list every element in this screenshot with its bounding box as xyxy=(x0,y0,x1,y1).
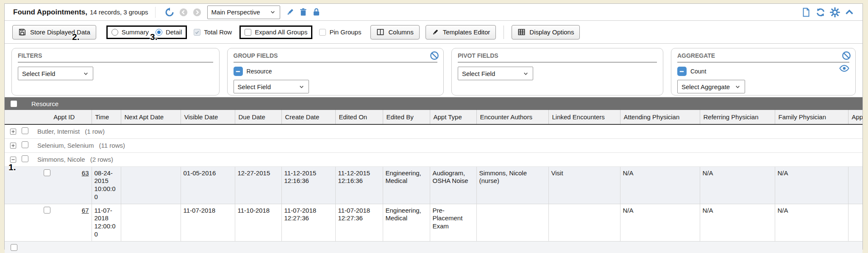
next-apt-date-cell xyxy=(121,204,181,241)
summary-radio-group[interactable]: Summary xyxy=(111,28,149,36)
pin-groups-control[interactable]: Pin Groups xyxy=(319,28,361,36)
delete-perspective-icon[interactable] xyxy=(299,8,308,17)
group-checkbox[interactable] xyxy=(22,155,28,162)
due-date-cell: 12-27-2015 xyxy=(235,166,281,204)
header-checkbox-col xyxy=(20,110,37,124)
remove-aggregate-icon[interactable] xyxy=(677,67,687,76)
col-header-next-apt-date[interactable]: Next Apt Date xyxy=(121,110,181,124)
aggregate-title: AGGREGATE xyxy=(677,52,849,62)
group-checkbox-cell xyxy=(20,152,37,166)
columns-button[interactable]: Columns xyxy=(370,25,419,39)
col-header-time[interactable]: Time xyxy=(92,110,121,124)
detail-radio-group[interactable]: Detail xyxy=(156,28,182,36)
detail-label: Detail xyxy=(166,28,182,36)
col-header-encounter-authors[interactable]: Encounter Authors xyxy=(476,110,548,124)
edited-by-cell: Engineering, Medical xyxy=(383,204,430,241)
remove-group-field-icon[interactable] xyxy=(234,67,243,76)
clear-group-fields-icon[interactable] xyxy=(430,51,439,60)
col-header-visible-date[interactable]: Visible Date xyxy=(181,110,235,124)
chevron-down-icon xyxy=(298,84,305,90)
footer-checkbox[interactable] xyxy=(11,244,17,251)
settings-gear-icon[interactable] xyxy=(830,7,840,17)
group-checkbox[interactable] xyxy=(22,141,28,148)
col-header-referring-physician[interactable]: Referring Physician xyxy=(700,110,775,124)
encounter-authors-cell xyxy=(476,204,548,241)
undo-icon[interactable] xyxy=(164,7,175,17)
col-header-edited-on[interactable]: Edited On xyxy=(335,110,383,124)
templates-editor-label: Templates Editor xyxy=(443,28,490,36)
attending-physician-cell: N/A xyxy=(620,166,700,204)
col-header-appt-type[interactable]: Appt Type xyxy=(430,110,476,124)
col-header-appt-re[interactable]: Appt Re xyxy=(848,110,862,124)
group-count: (1 row) xyxy=(85,128,105,135)
appt-id-link[interactable]: 63 xyxy=(82,169,89,177)
field-panels-row: FILTERS Select Field GROUP FIELDS Resour… xyxy=(5,44,862,94)
group-label-cell: Selenium, Selenium (11 rows) xyxy=(37,138,862,152)
attending-physician-cell: N/A xyxy=(620,204,700,241)
next-apt-date-cell xyxy=(121,166,181,204)
aggregate-select[interactable]: Select Aggregate xyxy=(677,80,745,93)
expand-all-groups-checkbox[interactable] xyxy=(245,29,251,36)
filters-panel: FILTERS Select Field xyxy=(11,48,220,96)
edited-on-cell: 11-07-2018 12:27:36 xyxy=(335,204,383,241)
select-all-checkbox[interactable] xyxy=(11,101,17,107)
col-header-edited-by[interactable]: Edited By xyxy=(383,110,430,124)
expand-plus-icon[interactable] xyxy=(10,128,17,135)
summary-radio[interactable] xyxy=(111,29,118,36)
pivot-field-select[interactable]: Select Field xyxy=(458,67,533,80)
col-header-attending-physician[interactable]: Attending Physician xyxy=(620,110,700,124)
filters-field-select[interactable]: Select Field xyxy=(18,67,93,80)
col-header-appt-id[interactable]: Appt ID xyxy=(37,110,92,124)
lock-perspective-icon[interactable] xyxy=(312,8,321,17)
title-bar: Found Appointments, 14 records, 3 groups… xyxy=(5,4,862,21)
display-options-button[interactable]: Display Options xyxy=(512,25,580,39)
col-header-linked-encounters[interactable]: Linked Encounters xyxy=(548,110,620,124)
family-physician-cell: N/A xyxy=(775,166,848,204)
refresh-icon[interactable] xyxy=(815,7,826,17)
edit-perspective-icon[interactable] xyxy=(286,8,295,17)
header-expand-col xyxy=(5,110,20,124)
expand-all-groups-label: Expand All Groups xyxy=(255,28,307,36)
templates-editor-button[interactable]: Templates Editor xyxy=(426,25,496,39)
group-fields-title: GROUP FIELDS xyxy=(234,52,437,62)
row-checkbox[interactable] xyxy=(44,207,50,214)
total-row-control[interactable]: Total Row xyxy=(194,28,232,36)
referring-physician-cell: N/A xyxy=(700,204,775,241)
expand-plus-icon[interactable] xyxy=(10,142,17,149)
nav-back-icon[interactable] xyxy=(179,8,188,17)
visible-date-cell: 01-05-2016 xyxy=(181,166,235,204)
appointments-table: Appt ID Time Next Apt Date Visible Date … xyxy=(5,110,862,242)
group-checkbox[interactable] xyxy=(22,127,28,134)
create-date-cell: 11-12-2015 12:16:36 xyxy=(281,166,335,204)
visibility-eye-icon[interactable] xyxy=(839,65,849,72)
aggregate-item: Count xyxy=(677,67,849,76)
appt-id-link[interactable]: 67 xyxy=(82,207,89,215)
record-summary: 14 records, 3 groups xyxy=(90,8,148,16)
col-header-due-date[interactable]: Due Date xyxy=(235,110,281,124)
due-date-cell: 11-10-2018 xyxy=(235,204,281,241)
expand-cell xyxy=(5,124,20,138)
store-displayed-data-button[interactable]: Store Displayed Data xyxy=(12,25,96,39)
group-name: Selenium, Selenium xyxy=(37,142,94,149)
expand-all-groups-control[interactable]: Expand All Groups xyxy=(245,28,307,36)
group-field-select[interactable]: Select Field xyxy=(234,80,309,93)
col-header-create-date[interactable]: Create Date xyxy=(281,110,335,124)
clear-aggregate-icon[interactable] xyxy=(842,51,851,60)
nav-forward-icon[interactable] xyxy=(192,8,202,17)
create-date-cell: 11-07-2018 12:27:36 xyxy=(281,204,335,241)
pin-groups-checkbox[interactable] xyxy=(319,29,326,36)
collapse-panel-icon[interactable] xyxy=(844,7,854,17)
row-checkbox[interactable] xyxy=(44,169,50,176)
group-row-butler: Butler, Internist (1 row) xyxy=(5,124,862,138)
perspective-select[interactable]: Main Perspective xyxy=(207,6,280,19)
col-header-family-physician[interactable]: Family Physician xyxy=(775,110,848,124)
linked-encounters-cell xyxy=(548,204,620,241)
columns-icon xyxy=(376,28,384,36)
total-row-checkbox[interactable] xyxy=(194,29,200,36)
appt-id-cell: 67 xyxy=(37,204,92,241)
display-options-label: Display Options xyxy=(529,28,574,36)
grid-icon xyxy=(517,28,526,36)
new-document-icon[interactable] xyxy=(801,7,811,17)
time-cell: 11-07-2018 12:00:00 xyxy=(92,204,121,241)
filters-field-select-value: Select Field xyxy=(22,70,55,77)
